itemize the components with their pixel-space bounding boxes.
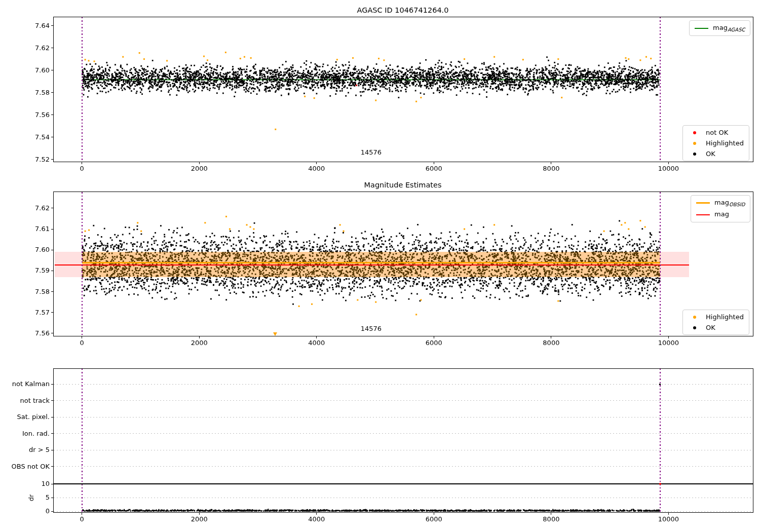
flag-label: Ion. rad. <box>1 430 50 438</box>
x-tick-mark <box>199 162 200 164</box>
y-tick-label: 7.59 <box>18 267 50 274</box>
legend-label: not OK <box>706 129 728 136</box>
y-tick-label: 7.62 <box>18 205 50 212</box>
y-tick-mark <box>51 333 53 333</box>
dr-outlier-point <box>659 483 661 485</box>
obsid-range-vline <box>82 369 83 512</box>
y-tick-mark <box>51 48 53 48</box>
x-tick-mark <box>316 336 317 338</box>
y-tick-mark <box>51 250 53 250</box>
black-dot-icon <box>693 153 696 156</box>
dr-tick-mark <box>51 484 53 484</box>
panel-agasc-title: AGASC ID 1046741264.0 <box>357 6 449 14</box>
legend-point-classes-middle: Highlighted OK <box>682 310 749 335</box>
y-tick-mark <box>51 25 53 26</box>
flag-tick-mark <box>51 400 53 401</box>
x-tick-label: 0 <box>80 165 84 172</box>
legend-item-highlighted: Highlighted <box>688 313 744 321</box>
y-tick-label: 7.61 <box>18 225 50 233</box>
red-dot-icon <box>693 131 696 134</box>
panel-magnitude-title: Magnitude Estimates <box>364 181 441 189</box>
y-tick-mark <box>51 208 53 208</box>
y-tick-label: 7.64 <box>18 22 50 29</box>
y-tick-label: 7.58 <box>18 89 50 96</box>
flag-label: dr > 5 <box>1 446 50 454</box>
y-tick-mark <box>51 115 53 115</box>
x-tick-mark <box>82 336 82 338</box>
x-tick-mark <box>434 336 434 338</box>
x-tick-mark <box>82 513 82 515</box>
x-tick-mark <box>668 513 669 515</box>
y-tick-label: 7.52 <box>18 156 50 163</box>
y-tick-mark <box>51 92 53 93</box>
x-tick-label: 10000 <box>658 516 679 523</box>
flag-tick-mark <box>51 384 53 385</box>
x-tick-label: 8000 <box>543 339 559 347</box>
x-tick-label: 6000 <box>426 339 442 347</box>
y-tick-label: 7.56 <box>18 330 50 337</box>
x-tick-label: 6000 <box>426 165 442 172</box>
legend-mag-agasc: magAGASC <box>689 20 750 36</box>
flag-point <box>659 384 661 385</box>
dr-tick-mark <box>51 511 53 512</box>
legend-item-mag-agasc: magAGASC <box>695 24 745 32</box>
x-tick-label: 0 <box>80 339 84 347</box>
y-tick-label: 7.60 <box>18 246 50 253</box>
x-tick-mark <box>316 162 317 164</box>
panel-magnitude-box <box>53 192 753 336</box>
x-tick-label: 8000 <box>543 165 559 172</box>
legend-item-mag: mag <box>696 210 745 219</box>
y-tick-label: 7.54 <box>18 134 50 141</box>
x-tick-mark <box>668 336 669 338</box>
flag-label: Sat. pixel. <box>1 413 50 421</box>
obsid-range-vline <box>660 17 661 162</box>
x-tick-label: 10000 <box>658 165 679 172</box>
y-tick-label: 7.56 <box>18 111 50 119</box>
legend-label: magOBSID <box>714 199 745 207</box>
dr-threshold-line <box>54 483 753 484</box>
panel-agasc-box <box>53 17 753 162</box>
legend-item-highlighted: Highlighted <box>688 139 744 147</box>
obsid-count-annotation-top: 14576 <box>361 148 382 156</box>
black-dot-icon <box>693 326 696 329</box>
legend-point-classes-top: not OK Highlighted OK <box>682 125 749 161</box>
orange-line-swatch-icon <box>696 202 710 204</box>
flag-label: not Kalman <box>1 380 50 388</box>
obsid-count-annotation-middle: 14576 <box>361 324 382 332</box>
x-tick-label: 2000 <box>191 165 208 172</box>
clipped-low-point-marker <box>273 332 277 336</box>
legend-item-mag-obsid: magOBSID <box>696 199 745 207</box>
y-tick-label: 7.58 <box>18 288 50 295</box>
dr-axis-label: dr <box>27 495 35 502</box>
y-tick-mark <box>51 229 53 230</box>
green-line-swatch-icon <box>695 28 708 29</box>
y-tick-label: 7.60 <box>18 67 50 74</box>
y-tick-mark <box>51 291 53 292</box>
x-tick-mark <box>668 162 669 164</box>
x-tick-label: 2000 <box>191 339 208 347</box>
red-line-swatch-icon <box>696 214 710 215</box>
x-tick-mark <box>434 162 434 164</box>
x-tick-mark <box>434 513 434 515</box>
x-tick-mark <box>551 162 551 164</box>
obsid-range-vline <box>660 369 661 512</box>
dr-tick-label: 10 <box>18 480 50 487</box>
x-tick-label: 0 <box>80 516 84 523</box>
flag-tick-mark <box>51 417 53 417</box>
flag-label: OBS not OK <box>1 463 50 471</box>
x-tick-mark <box>82 162 82 164</box>
y-tick-mark <box>51 70 53 70</box>
y-tick-label: 7.57 <box>18 309 50 316</box>
obsid-range-vline <box>82 17 83 162</box>
legend-mag-lines: magOBSID mag <box>691 195 750 222</box>
y-tick-mark <box>51 159 53 160</box>
dr-tick-label: 0 <box>18 508 50 515</box>
flag-label: not track <box>1 397 50 405</box>
x-tick-mark <box>551 336 551 338</box>
flag-tick-mark <box>51 466 53 467</box>
legend-label: Highlighted <box>706 313 744 321</box>
x-tick-mark <box>316 513 317 515</box>
y-tick-mark <box>51 271 53 271</box>
dr-tick-mark <box>51 498 53 498</box>
y-tick-mark <box>51 312 53 313</box>
